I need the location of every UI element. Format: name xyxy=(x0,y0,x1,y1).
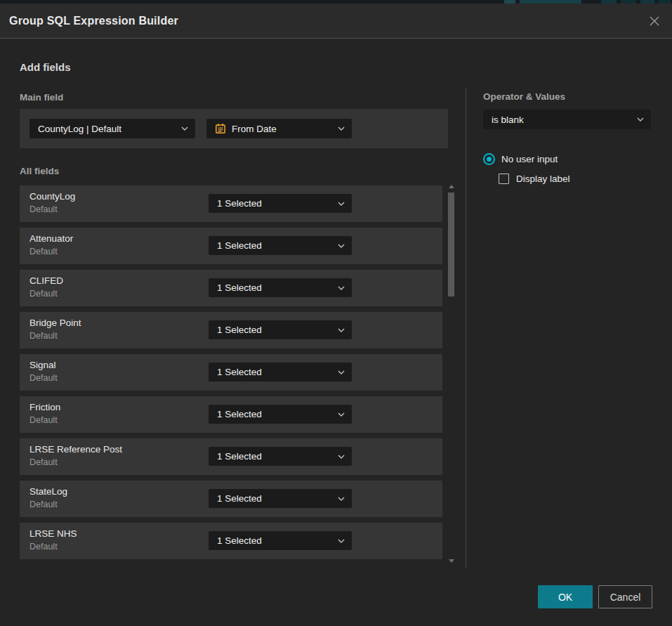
close-icon xyxy=(649,15,660,27)
chevron-down-icon xyxy=(338,126,345,131)
selected-count-label: 1 Selected xyxy=(217,493,338,504)
selected-count-label: 1 Selected xyxy=(217,409,338,419)
selected-count-select[interactable]: 1 Selected xyxy=(209,447,352,466)
field-subtitle: Default xyxy=(29,542,58,552)
field-list-row: CLIFED Default 1 Selected xyxy=(20,270,442,306)
field-subtitle: Default xyxy=(29,415,58,425)
group-sql-expression-builder-dialog: Group SQL Expression Builder Add fields … xyxy=(0,4,672,626)
selected-count-select[interactable]: 1 Selected xyxy=(209,194,352,213)
selected-count-select[interactable]: 1 Selected xyxy=(209,405,352,424)
scroll-down-arrow-icon[interactable] xyxy=(449,559,454,563)
field-name: Friction xyxy=(29,402,60,412)
no-user-input-label: No user input xyxy=(501,154,558,164)
field-subtitle: Default xyxy=(29,500,58,509)
chevron-down-icon xyxy=(338,412,345,417)
ok-button[interactable]: OK xyxy=(538,585,593,608)
scroll-up-arrow-icon[interactable] xyxy=(449,185,454,188)
dialog-title: Group SQL Expression Builder xyxy=(0,15,178,27)
display-label-text: Display label xyxy=(516,174,570,184)
field-name: Attenuator xyxy=(29,233,73,244)
field-subtitle: Default xyxy=(29,204,58,214)
selected-count-label: 1 Selected xyxy=(217,198,338,209)
main-field-source-value: CountyLog | Default xyxy=(38,124,181,134)
selected-count-select[interactable]: 1 Selected xyxy=(209,363,352,382)
field-subtitle: Default xyxy=(29,247,58,256)
selected-count-select[interactable]: 1 Selected xyxy=(209,489,352,508)
selected-count-label: 1 Selected xyxy=(217,282,338,293)
cancel-button[interactable]: Cancel xyxy=(598,585,652,608)
operator-select[interactable]: is blank xyxy=(483,110,651,129)
field-name: StateLog xyxy=(29,486,67,497)
field-list-row: Friction Default 1 Selected xyxy=(20,396,442,433)
chevron-down-icon xyxy=(181,126,188,131)
chevron-down-icon xyxy=(338,202,345,206)
selected-count-label: 1 Selected xyxy=(217,240,338,251)
checkbox-unchecked-icon xyxy=(499,174,509,184)
field-name: LRSE NHS xyxy=(29,528,77,539)
field-name: Signal xyxy=(29,360,56,370)
panel-divider xyxy=(466,88,466,568)
display-label-checkbox[interactable]: Display label xyxy=(499,174,570,184)
operator-values-label: Operator & Values xyxy=(483,91,565,102)
field-name: CLIFED xyxy=(29,275,63,286)
field-name: CountyLog xyxy=(29,191,75,202)
chevron-down-icon xyxy=(338,455,345,459)
field-list-row: LRSE NHS Default 1 Selected xyxy=(20,523,442,559)
operator-select-value: is blank xyxy=(492,115,637,125)
field-list-row: Attenuator Default 1 Selected xyxy=(20,228,442,264)
field-subtitle: Default xyxy=(29,457,58,467)
radio-selected-icon xyxy=(483,153,495,165)
selected-count-select[interactable]: 1 Selected xyxy=(209,236,352,255)
all-fields-list: CountyLog Default 1 Selected Attenuator … xyxy=(20,185,442,559)
no-user-input-radio[interactable]: No user input xyxy=(483,153,558,165)
all-fields-scrollbar[interactable] xyxy=(447,183,456,564)
field-list-row: LRSE Reference Post Default 1 Selected xyxy=(20,438,442,475)
selected-count-label: 1 Selected xyxy=(217,535,338,546)
chevron-down-icon xyxy=(338,497,345,501)
close-button[interactable] xyxy=(647,13,662,29)
scrollbar-thumb[interactable] xyxy=(448,193,454,296)
main-field-label: Main field xyxy=(20,92,63,103)
main-field-field-select[interactable]: From Date xyxy=(206,119,352,138)
field-name: Bridge Point xyxy=(29,318,81,328)
selected-count-select[interactable]: 1 Selected xyxy=(209,278,352,297)
selected-count-select[interactable]: 1 Selected xyxy=(209,320,352,339)
chevron-down-icon xyxy=(338,328,345,332)
field-list-row: Bridge Point Default 1 Selected xyxy=(20,312,442,348)
chevron-down-icon xyxy=(637,117,644,122)
main-field-source-select[interactable]: CountyLog | Default xyxy=(29,119,195,138)
field-list-row: Signal Default 1 Selected xyxy=(20,354,442,391)
selected-count-label: 1 Selected xyxy=(217,325,338,335)
chevron-down-icon xyxy=(338,244,345,248)
calendar-icon xyxy=(215,123,226,134)
field-name: LRSE Reference Post xyxy=(29,444,122,455)
dialog-header: Group SQL Expression Builder xyxy=(0,4,672,39)
chevron-down-icon xyxy=(338,539,345,543)
all-fields-label: All fields xyxy=(20,166,59,176)
chevron-down-icon xyxy=(338,370,345,374)
main-field-panel: CountyLog | Default From Date xyxy=(20,109,448,148)
main-field-field-value: From Date xyxy=(232,124,332,134)
field-list-row: StateLog Default 1 Selected xyxy=(20,481,442,517)
field-subtitle: Default xyxy=(29,373,58,383)
add-fields-heading: Add fields xyxy=(20,61,71,73)
selected-count-label: 1 Selected xyxy=(217,367,338,377)
selected-count-select[interactable]: 1 Selected xyxy=(209,531,352,550)
field-subtitle: Default xyxy=(29,331,58,341)
field-list-row: CountyLog Default 1 Selected xyxy=(20,185,442,222)
screen: Group SQL Expression Builder Add fields … xyxy=(0,0,672,626)
selected-count-label: 1 Selected xyxy=(217,451,338,462)
chevron-down-icon xyxy=(338,286,345,290)
field-subtitle: Default xyxy=(29,289,58,299)
